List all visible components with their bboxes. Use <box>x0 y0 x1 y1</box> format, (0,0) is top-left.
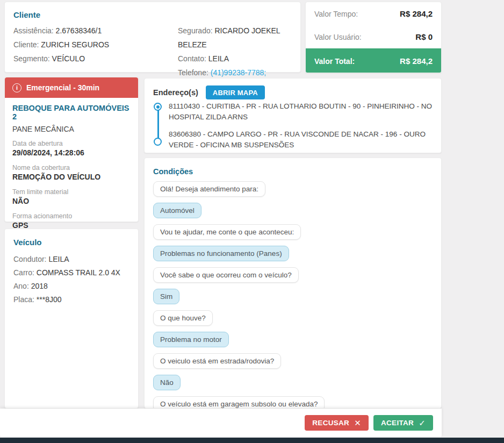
addresses-card: Endereço(s) ABRIR MAPA 81110430 - CURITI… <box>144 78 442 153</box>
chat-answer-bubble: Sim <box>153 289 179 304</box>
value-user-amount: R$ 0 <box>415 32 433 41</box>
bottom-dark-bar <box>0 438 504 443</box>
segment-label: Segmento: <box>13 54 50 63</box>
client-fields-left: Assistência: 2.67638346/1 Cliente: ZURIC… <box>13 24 109 66</box>
activation-form-detail: Forma acionamento GPS <box>12 212 131 230</box>
values-card: Valor Tempo: R$ 284,2 Valor Usuário: R$ … <box>305 2 442 73</box>
client-card: Cliente Assistência: 2.67638346/1 Client… <box>4 2 301 73</box>
segment-value: VEÍCULO <box>52 54 85 63</box>
assistance-value: 2.67638346/1 <box>56 26 102 35</box>
chat-question-bubble: Vou te ajudar, me conte o que aconteceu: <box>153 224 301 240</box>
opening-date-value: 29/08/2024, 14:28:06 <box>12 148 131 158</box>
chat-question-bubble: O veículo está em garagem subsolo ou ele… <box>153 396 325 409</box>
check-icon: ✓ <box>419 418 426 428</box>
chat-question-bubble: Olá! Deseja atendimento para: <box>153 181 265 197</box>
material-limit-detail: Tem limite material NÃO <box>12 188 131 206</box>
car-label: Carro: <box>13 268 34 277</box>
year-label: Ano: <box>13 282 29 290</box>
car-value: COMPASS TRAIL 2.0 4X <box>37 268 120 277</box>
client-label: Cliente: <box>13 40 39 49</box>
emergency-banner: i Emergencial - 30min <box>5 77 138 98</box>
coverage-name-label: Nome da cobertura <box>12 163 131 172</box>
insured-field: Segurado: RICARDO JOEKEL BELEZE <box>178 24 300 52</box>
client-card-title: Cliente <box>13 10 40 19</box>
client-fields-right: Segurado: RICARDO JOEKEL BELEZE Contato:… <box>178 24 300 80</box>
assistance-label: Assistência: <box>13 26 54 35</box>
activation-form-label: Forma acionamento <box>12 212 131 220</box>
conditions-card: Condições Olá! Deseja atendimento para: … <box>144 158 442 409</box>
segment-field: Segmento: VEÍCULO <box>13 52 109 66</box>
coverage-name-value: REMOÇÃO DO VEÍCULO <box>12 172 131 182</box>
chat-answer-bubble: Problemas no funcionamento (Panes) <box>153 246 289 261</box>
contact-label: Contato: <box>178 54 206 63</box>
origin-address: 81110430 - CURITIBA - PR - RUA LOTHARIO … <box>169 101 445 122</box>
car-field: Carro: COMPASS TRAIL 2.0 4X <box>13 266 120 280</box>
material-limit-value: NÃO <box>12 196 131 206</box>
action-footer: RECUSAR ✕ ACEITAR ✓ <box>0 409 442 437</box>
driver-label: Condutor: <box>13 255 46 263</box>
material-limit-label: Tem limite material <box>12 188 131 196</box>
chat-question-bubble: Você sabe o que ocorreu com o veículo? <box>153 267 299 283</box>
value-time-row: Valor Tempo: R$ 284,2 <box>306 2 441 25</box>
coverage-name-detail: Nome da cobertura REMOÇÃO DO VEÍCULO <box>12 163 131 182</box>
vehicle-card-title: Veículo <box>13 238 42 247</box>
service-body: REBOQUE PARA AUTOMÓVEIS 2 PANE MECÂNICA … <box>5 98 138 242</box>
chat-answer-bubble: Automóvel <box>153 203 201 218</box>
chat-answer-bubble: Problema no motor <box>153 332 229 347</box>
client-field: Cliente: ZURICH SEGUROS <box>13 38 109 52</box>
close-icon: ✕ <box>354 418 361 428</box>
value-time-label: Valor Tempo: <box>314 10 358 18</box>
emergency-banner-label: Emergencial - 30min <box>26 83 99 92</box>
plate-value: ***8J00 <box>37 295 62 304</box>
driver-value: LEILA <box>48 255 69 263</box>
chat-question-bubble: O que houve? <box>153 310 213 326</box>
assistance-field: Assistência: 2.67638346/1 <box>13 24 109 38</box>
phone-link[interactable]: (41)99238-7788; <box>211 68 267 77</box>
service-title: REBOQUE PARA AUTOMÓVEIS 2 <box>12 104 131 121</box>
vehicle-fields: Condutor: LEILA Carro: COMPASS TRAIL 2.0… <box>13 253 120 306</box>
open-map-button[interactable]: ABRIR MAPA <box>206 85 265 99</box>
opening-date-label: Data de abertura <box>12 139 131 148</box>
contact-field: Contato: LEILA <box>178 52 300 66</box>
phone-label: Telefone: <box>178 68 208 77</box>
plate-label: Placa: <box>13 295 34 304</box>
client-value: ZURICH SEGUROS <box>41 40 109 49</box>
addresses-title: Endereço(s) <box>153 88 198 97</box>
reject-button-label: RECUSAR <box>312 419 349 427</box>
value-total-row: Valor Total: R$ 284,2 <box>306 48 441 73</box>
value-time-amount: R$ 284,2 <box>400 9 433 18</box>
vehicle-card: Veículo Condutor: LEILA Carro: COMPASS T… <box>4 228 139 409</box>
chat-question-bubble: O veiculo está em estrada/rodovia? <box>153 353 281 369</box>
service-card: i Emergencial - 30min REBOQUE PARA AUTOM… <box>4 77 139 222</box>
opening-date-detail: Data de abertura 29/08/2024, 14:28:06 <box>12 139 131 158</box>
year-value: 2018 <box>31 282 48 290</box>
addresses-header: Endereço(s) ABRIR MAPA <box>153 85 265 99</box>
route-line <box>157 110 159 140</box>
contact-value: LEILA <box>208 54 229 63</box>
value-total-amount: R$ 284,2 <box>400 56 433 66</box>
plate-field: Placa: ***8J00 <box>13 293 120 306</box>
service-subtitle: PANE MECÂNICA <box>12 125 131 133</box>
reject-button[interactable]: RECUSAR ✕ <box>305 415 369 431</box>
driver-field: Condutor: LEILA <box>13 253 120 266</box>
value-user-label: Valor Usuário: <box>314 33 362 41</box>
accept-button-label: ACEITAR <box>381 419 414 427</box>
year-field: Ano: 2018 <box>13 280 120 293</box>
insured-label: Segurado: <box>178 26 213 35</box>
destination-radio-icon[interactable] <box>154 138 162 146</box>
chat-answer-bubble: Não <box>153 375 181 390</box>
accept-button[interactable]: ACEITAR ✓ <box>373 415 433 431</box>
destination-address: 83606380 - CAMPO LARGO - PR - RUA VISCON… <box>169 129 445 150</box>
info-icon: i <box>12 83 21 92</box>
value-total-label: Valor Total: <box>314 57 355 66</box>
value-user-row: Valor Usuário: R$ 0 <box>306 25 441 48</box>
conditions-title: Condições <box>153 167 433 176</box>
